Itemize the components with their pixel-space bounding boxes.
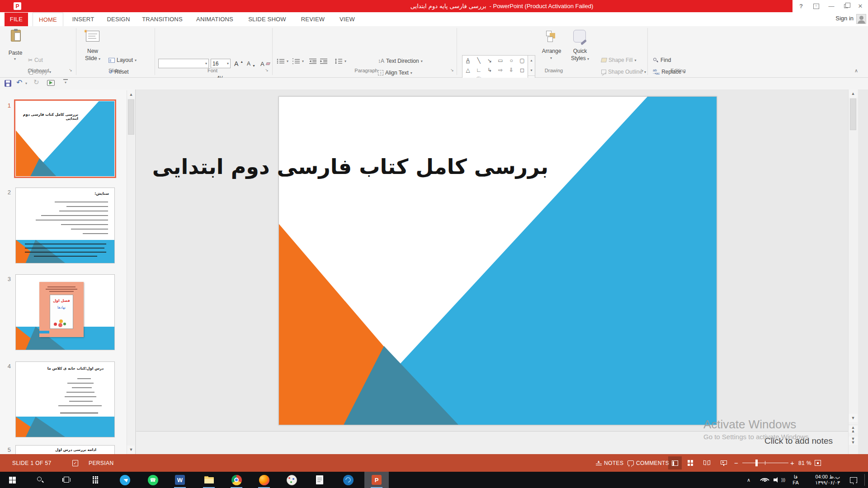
fit-slide-to-window-button[interactable] bbox=[815, 454, 821, 472]
shape-down-arrow[interactable]: ⇩ bbox=[506, 66, 517, 75]
canvas-scroll-thumb[interactable] bbox=[850, 99, 856, 130]
tab-design[interactable]: DESIGN bbox=[103, 13, 134, 26]
blue-app-button[interactable] bbox=[337, 472, 359, 488]
language-indicator[interactable]: PERSIAN bbox=[89, 454, 113, 472]
zoom-slider-track[interactable] bbox=[742, 463, 788, 463]
qat-customize-button[interactable]: ▾ bbox=[63, 79, 68, 84]
shape-rounded-rectangle[interactable]: ▢ bbox=[517, 56, 528, 65]
current-slide[interactable]: بررسی کامل کتاب فارسی دوم ابتدایی bbox=[278, 96, 717, 425]
shape-elbow-arrow[interactable]: ↳ bbox=[484, 66, 495, 75]
zoom-slider-thumb[interactable] bbox=[755, 460, 758, 466]
reading-view-button[interactable] bbox=[700, 456, 713, 469]
tab-home[interactable]: HOME bbox=[33, 13, 63, 26]
shapes-scroll-up[interactable]: ▲ bbox=[528, 56, 535, 66]
thumbnail-slide-1[interactable]: بررسی کامل کتاب فارسی دوم ابتدایی bbox=[15, 101, 115, 177]
shape-arrow[interactable]: ↘ bbox=[484, 56, 495, 65]
tab-transitions[interactable]: TRANSITIONS bbox=[138, 13, 186, 26]
zoom-out-button[interactable]: − bbox=[734, 454, 738, 472]
restore-button[interactable] bbox=[839, 0, 853, 12]
tab-file[interactable]: FILE bbox=[5, 13, 28, 26]
canvas-scroll-up[interactable]: ▲ bbox=[849, 89, 858, 98]
shape-line[interactable]: ╲ bbox=[473, 56, 484, 65]
shape-textbox[interactable]: A bbox=[462, 56, 473, 65]
redo-button[interactable]: ↻ bbox=[33, 78, 39, 86]
tab-review[interactable]: REVIEW bbox=[296, 13, 330, 26]
spell-check-icon[interactable]: ✓ bbox=[72, 454, 78, 472]
user-avatar[interactable] bbox=[856, 14, 866, 24]
thumbnail-slide-3[interactable]: فصل اول نهادها bbox=[15, 274, 115, 350]
shrink-font-button[interactable]: A▼ bbox=[247, 59, 255, 69]
comments-toggle-button[interactable]: COMMENTS bbox=[627, 454, 669, 472]
canvas-scrollbar[interactable]: ▲ ▼ ▲▲ ▼▼ bbox=[848, 89, 858, 454]
start-from-beginning-button[interactable] bbox=[47, 80, 55, 86]
collapse-ribbon-button[interactable]: ∧ bbox=[854, 68, 858, 74]
shape-elbow-connector[interactable]: ∟ bbox=[473, 66, 484, 75]
notes-toggle-button[interactable]: ▲NOTES bbox=[596, 454, 623, 472]
decrease-indent-button[interactable] bbox=[309, 56, 317, 66]
file-explorer-button[interactable] bbox=[198, 472, 220, 488]
font-size-input[interactable]: 16▾ bbox=[211, 59, 231, 68]
whatsapp-app-button[interactable]: ☎ bbox=[142, 472, 164, 488]
thumbnail-scroll-thumb[interactable] bbox=[128, 99, 134, 135]
thumbnail-scrollbar[interactable]: ▲ ▼ bbox=[127, 90, 135, 454]
powerpoint-app-button[interactable]: P bbox=[366, 472, 387, 488]
clock[interactable]: ب.ظ 04:00 ۱۳۹۹/۰۶/۰۳ bbox=[801, 474, 840, 486]
zoom-in-button[interactable]: + bbox=[790, 454, 794, 472]
start-button[interactable] bbox=[1, 472, 23, 488]
normal-view-button[interactable] bbox=[668, 456, 682, 469]
firefox-app-button[interactable] bbox=[253, 472, 275, 488]
shape-fill-button[interactable]: Shape Fill▾ bbox=[601, 55, 636, 65]
layout-button[interactable]: Layout▾ bbox=[108, 55, 137, 65]
thumbnail-slide-4[interactable]: درس اول:کتاب خانه ی کلاس ما bbox=[15, 361, 115, 437]
bullets-button[interactable]: ▾ bbox=[277, 56, 288, 66]
tab-insert[interactable]: INSERT bbox=[68, 13, 99, 26]
shape-callout[interactable]: ◻ bbox=[517, 66, 528, 75]
font-name-input[interactable]: ▾ bbox=[158, 59, 209, 68]
undo-button[interactable]: ↶ bbox=[16, 78, 22, 87]
notepad-app-button[interactable] bbox=[309, 472, 330, 488]
text-direction-button[interactable]: ↕AText Direction▾ bbox=[378, 56, 423, 66]
shape-right-arrow[interactable]: ⇨ bbox=[495, 66, 506, 75]
next-slide-button[interactable]: ▼▼ bbox=[849, 436, 858, 445]
thumbnail-scroll-down[interactable]: ▼ bbox=[127, 446, 135, 454]
word-app-button[interactable]: W bbox=[169, 472, 191, 488]
shape-triangle[interactable]: △ bbox=[462, 66, 473, 75]
tab-slide-show[interactable]: SLIDE SHOW bbox=[243, 13, 291, 26]
telegram-app-button[interactable] bbox=[114, 472, 136, 488]
increase-indent-button[interactable] bbox=[320, 56, 328, 66]
thumbnail-slide-2[interactable]: ستایش: bbox=[15, 188, 115, 263]
sign-in-link[interactable]: Sign in bbox=[835, 15, 854, 22]
save-button[interactable] bbox=[5, 80, 11, 87]
tab-animations[interactable]: ANIMATIONS bbox=[191, 13, 239, 26]
ribbon-display-options-icon[interactable]: ↑ bbox=[809, 0, 823, 12]
paint-app-button[interactable] bbox=[281, 472, 302, 488]
thumbnail-scroll-up[interactable]: ▲ bbox=[127, 90, 135, 99]
undo-caret[interactable]: ▾ bbox=[25, 81, 27, 85]
cut-button[interactable]: ✂Cut bbox=[28, 55, 43, 65]
task-view-button[interactable] bbox=[56, 472, 77, 488]
shape-rectangle[interactable]: ▭ bbox=[495, 56, 506, 65]
canvas-scroll-down[interactable]: ▼ bbox=[849, 414, 858, 422]
taskbar-search-button[interactable] bbox=[29, 472, 51, 488]
font-dialog-launcher[interactable]: ↘ bbox=[264, 68, 269, 73]
close-button[interactable]: ✕ bbox=[854, 0, 867, 12]
line-spacing-button[interactable]: ▾ bbox=[335, 56, 346, 66]
clear-formatting-button[interactable]: A bbox=[260, 59, 270, 69]
zoom-percentage[interactable]: 81 % bbox=[798, 454, 811, 472]
previous-slide-button[interactable]: ▲▲ bbox=[849, 425, 858, 433]
clipboard-dialog-launcher[interactable]: ↘ bbox=[68, 68, 73, 73]
minimize-button[interactable]: — bbox=[825, 0, 838, 12]
slide-title-text[interactable]: بررسی کامل کتاب فارسی دوم ابتدایی bbox=[152, 155, 548, 179]
action-center-button[interactable] bbox=[843, 472, 864, 488]
app-grid-icon[interactable] bbox=[85, 472, 106, 488]
thumbnail-slide-5[interactable]: ادامه بررسی درس اول bbox=[15, 445, 115, 454]
grow-font-button[interactable]: A▲ bbox=[234, 59, 243, 69]
slide-sorter-view-button[interactable] bbox=[684, 456, 697, 469]
slide-show-view-button[interactable] bbox=[717, 456, 731, 469]
tab-view[interactable]: VIEW bbox=[335, 13, 360, 26]
paragraph-dialog-launcher[interactable]: ↘ bbox=[449, 68, 455, 73]
slide-counter[interactable]: SLIDE 1 OF 57 bbox=[12, 454, 52, 472]
find-button[interactable]: Find bbox=[653, 55, 671, 65]
show-desktop-button[interactable] bbox=[865, 472, 868, 488]
help-icon[interactable]: ? bbox=[794, 0, 808, 12]
